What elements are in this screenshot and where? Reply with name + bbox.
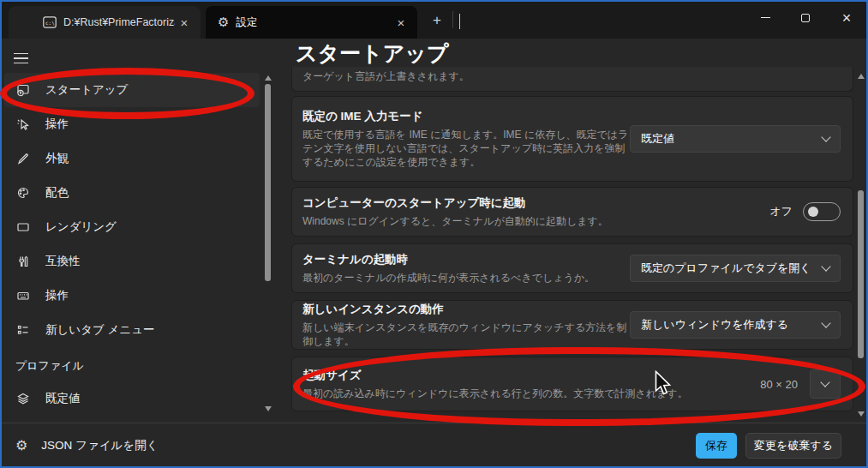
ime-input-mode-dropdown[interactable]: 既定値 bbox=[630, 125, 841, 153]
launch-on-startup-toggle[interactable] bbox=[803, 202, 841, 221]
setting-description: 新しい端末インスタンスを既存のウィンドウにアタッチする方法を制御します。 bbox=[302, 321, 630, 348]
save-button[interactable]: 保存 bbox=[696, 433, 737, 459]
minimize-icon bbox=[761, 17, 770, 18]
close-button[interactable]: × bbox=[827, 0, 866, 35]
setting-title: 既定の IME 入力モード bbox=[302, 109, 630, 124]
settings-card-new-instance: 新しいインスタンスの動作 新しい端末インスタンスを既存のウィンドウにアタッチする… bbox=[291, 300, 853, 350]
sidebar-item-interaction[interactable]: 操作 bbox=[4, 107, 260, 141]
titlebar[interactable]: c:\ D:¥Rust¥PrimeFactorizationPAR × ⚙ 設定… bbox=[0, 0, 868, 39]
chevron-down-icon bbox=[820, 377, 829, 387]
content-scroll-up-icon[interactable] bbox=[858, 74, 865, 79]
sidebar-item-actions[interactable]: 操作 bbox=[4, 279, 260, 313]
content-scrollbar-thumb[interactable] bbox=[858, 190, 864, 358]
minimize-button[interactable] bbox=[745, 0, 785, 35]
discard-changes-button[interactable]: 変更を破棄する bbox=[745, 433, 841, 459]
sidebar-item-rendering[interactable]: レンダリング bbox=[4, 210, 260, 244]
maximize-icon bbox=[801, 14, 810, 22]
sidebar-section-profiles: プロファイル bbox=[15, 358, 84, 374]
cmd-icon: c:\ bbox=[43, 16, 57, 28]
color-scheme-icon bbox=[16, 186, 30, 200]
close-tab-icon[interactable]: × bbox=[392, 13, 410, 32]
chevron-down-icon bbox=[821, 261, 830, 271]
settings-card-launch-size: 起動サイズ 最初の読み込み時にウィンドウに表示される行と列の数。文字数で計測され… bbox=[291, 357, 853, 411]
open-json-button[interactable]: ⚙ JSON ファイルを開く bbox=[15, 423, 159, 468]
settings-sidebar: スタートアップ 操作 外観 配色 レンダリング bbox=[0, 39, 283, 423]
sidebar-item-label: 既定値 bbox=[45, 391, 81, 406]
content-scroll-down-icon[interactable] bbox=[858, 411, 865, 417]
new-tab-button[interactable]: + bbox=[427, 10, 447, 31]
sidebar-item-label: 新しいタブ メニュー bbox=[45, 322, 154, 338]
chevron-down-icon bbox=[821, 318, 830, 327]
toggle-knob bbox=[808, 207, 818, 217]
tab-terminal[interactable]: c:\ D:¥Rust¥PrimeFactorizationPAR × bbox=[9, 6, 201, 39]
actions-icon bbox=[16, 289, 30, 303]
sidebar-scrollbar-thumb[interactable] bbox=[265, 84, 271, 281]
setting-title: コンピューターのスタートアップ時に起動 bbox=[302, 195, 769, 211]
sidebar-item-label: 外観 bbox=[45, 151, 69, 166]
setting-description: 最初の読み込み時にウィンドウに表示される行と列の数。文字数で計測されます。 bbox=[302, 387, 760, 400]
dropdown-value: 既定値 bbox=[641, 131, 823, 147]
maximize-button[interactable] bbox=[786, 0, 825, 35]
hamburger-button[interactable] bbox=[9, 45, 36, 71]
sidebar-scroll-up-icon[interactable] bbox=[265, 75, 272, 81]
hamburger-icon bbox=[14, 53, 28, 55]
sidebar-item-label: 互換性 bbox=[45, 254, 81, 269]
new-instance-dropdown[interactable]: 新しいウィンドウを作成する bbox=[630, 311, 841, 339]
close-icon: × bbox=[842, 10, 852, 26]
terminal-launch-dropdown[interactable]: 既定のプロファイルでタブを開く bbox=[630, 255, 841, 282]
gear-icon: ⚙ bbox=[15, 439, 27, 453]
launch-size-value: 80 × 20 bbox=[760, 378, 798, 391]
sidebar-item-compatibility[interactable]: 互換性 bbox=[4, 244, 260, 279]
gear-icon: ⚙ bbox=[218, 16, 229, 29]
interaction-icon bbox=[16, 117, 30, 131]
tab-title: 設定 bbox=[236, 15, 392, 30]
toggle-state-label: オフ bbox=[769, 204, 793, 219]
sidebar-item-label: 操作 bbox=[45, 288, 69, 303]
setting-description: 既定で使用する言語を IME に通知します。IME に依存し、既定ではラテン文字… bbox=[302, 128, 630, 169]
sidebar-item-label: 操作 bbox=[45, 117, 69, 132]
chevron-down-icon bbox=[459, 14, 460, 29]
sidebar-item-defaults[interactable]: 既定値 bbox=[4, 381, 260, 416]
bottom-bar: ⚙ JSON ファイルを開く 保存 変更を破棄する bbox=[0, 423, 868, 468]
svg-text:c:\: c:\ bbox=[45, 20, 55, 26]
dropdown-value: 新しいウィンドウを作成する bbox=[641, 317, 823, 333]
setting-title: ターミナルの起動時 bbox=[302, 252, 630, 267]
rendering-icon bbox=[16, 220, 30, 234]
open-json-label: JSON ファイルを開く bbox=[41, 438, 158, 453]
setting-description: Windows にログインすると、ターミナルが自動的に起動します。 bbox=[302, 214, 769, 228]
sidebar-scroll-down-icon[interactable] bbox=[265, 406, 272, 411]
defaults-icon bbox=[16, 392, 30, 405]
tabbar-separator bbox=[452, 11, 453, 28]
sidebar-item-appearance[interactable]: 外観 bbox=[4, 141, 260, 176]
sidebar-item-label: レンダリング bbox=[45, 219, 117, 235]
setting-description: 最初のターミナルの作成時に何が表示されるべきでしょうか。 bbox=[302, 271, 630, 285]
launch-size-expander-button[interactable] bbox=[810, 369, 841, 399]
chevron-down-icon bbox=[821, 132, 830, 141]
setting-title: 起動サイズ bbox=[302, 368, 760, 383]
sidebar-item-color-schemes[interactable]: 配色 bbox=[4, 176, 260, 210]
setting-title: 新しいインスタンスの動作 bbox=[302, 302, 630, 317]
new-tab-menu-icon bbox=[16, 323, 30, 337]
settings-card-terminal-launch: ターミナルの起動時 最初のターミナルの作成時に何が表示されるべきでしょうか。 既… bbox=[291, 243, 853, 293]
windows-terminal-settings-window: c:\ D:¥Rust¥PrimeFactorizationPAR × ⚙ 設定… bbox=[0, 0, 868, 468]
settings-card-launch-on-startup: コンピューターのスタートアップ時に起動 Windows にログインすると、ターミ… bbox=[291, 187, 853, 237]
settings-card-language-partial: ターゲット言語が上書きされます。 bbox=[291, 67, 853, 92]
sidebar-item-startup[interactable]: スタートアップ bbox=[4, 73, 260, 107]
launch-icon bbox=[16, 83, 30, 97]
appearance-icon bbox=[16, 152, 30, 165]
tab-dropdown-button[interactable] bbox=[459, 14, 460, 29]
close-tab-icon[interactable]: × bbox=[175, 13, 194, 32]
sidebar-item-label: 配色 bbox=[45, 185, 69, 201]
tab-settings[interactable]: ⚙ 設定 × bbox=[206, 6, 417, 39]
page-title: スタートアップ bbox=[296, 39, 449, 68]
dropdown-value: 既定のプロファイルでタブを開く bbox=[641, 261, 823, 276]
sidebar-item-new-tab-menu[interactable]: 新しいタブ メニュー bbox=[4, 313, 260, 347]
tab-title: D:¥Rust¥PrimeFactorizationPAR bbox=[63, 16, 175, 28]
compatibility-icon bbox=[16, 255, 30, 268]
sidebar-item-label: スタートアップ bbox=[45, 82, 128, 98]
setting-description: ターゲット言語が上書きされます。 bbox=[302, 67, 470, 83]
settings-card-ime-input-mode: 既定の IME 入力モード 既定で使用する言語を IME に通知します。IME … bbox=[291, 96, 853, 182]
